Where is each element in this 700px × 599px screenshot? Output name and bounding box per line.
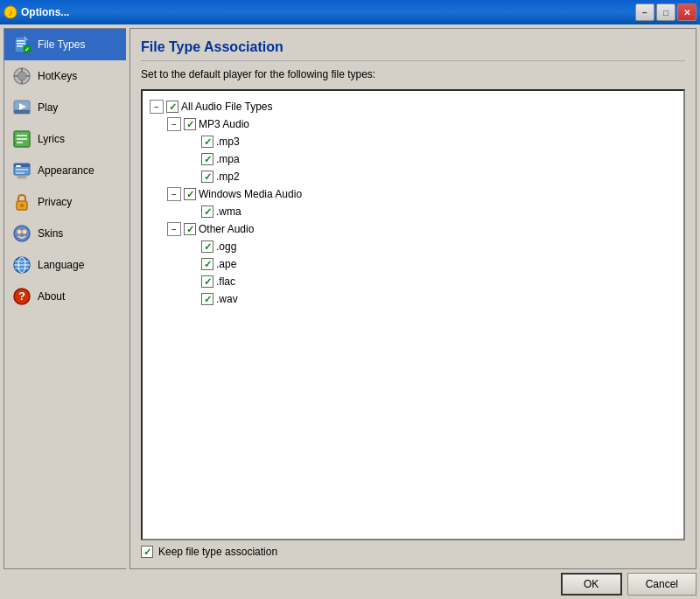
- flac-label: .flac: [216, 275, 235, 288]
- wav-label: .wav: [216, 293, 238, 305]
- other-expander[interactable]: −: [167, 222, 181, 236]
- sidebar-item-appearance[interactable]: Appearance: [4, 155, 126, 186]
- svg-text:✓: ✓: [24, 46, 30, 52]
- cancel-button[interactable]: Cancel: [627, 573, 696, 596]
- keep-association-label: Keep file type association: [158, 546, 277, 558]
- ogg-ext: .ogg: [150, 238, 676, 255]
- sidebar-item-lyrics[interactable]: Lyrics: [4, 123, 126, 155]
- wma-ext-checkbox[interactable]: [201, 205, 214, 218]
- lyrics-icon: [11, 129, 32, 150]
- language-icon: [11, 254, 32, 275]
- about-icon: ?: [11, 286, 32, 307]
- flac-checkbox[interactable]: [201, 275, 214, 288]
- ape-ext: .ape: [150, 255, 676, 273]
- main-panel: File Type Association Set to the default…: [130, 28, 696, 569]
- mp3-ext: .mp3: [150, 133, 676, 150]
- sidebar-item-privacy[interactable]: Privacy: [4, 186, 126, 218]
- ape-label: .ape: [216, 258, 236, 270]
- mp3-ext-checkbox[interactable]: [201, 136, 214, 148]
- hotkeys-icon: [11, 66, 32, 87]
- other-label: Other Audio: [199, 223, 254, 235]
- flac-expander: [185, 275, 199, 289]
- keep-association-checkbox[interactable]: [141, 546, 153, 558]
- svg-rect-26: [18, 176, 26, 178]
- sidebar-item-about[interactable]: ? About: [4, 281, 126, 312]
- file-types-icon: ✓: [11, 34, 32, 55]
- root-checkbox[interactable]: [166, 101, 178, 113]
- svg-rect-24: [16, 169, 28, 171]
- wav-ext: .wav: [150, 290, 676, 308]
- sidebar-item-hotkeys[interactable]: HotKeys: [4, 60, 126, 92]
- mpa-expander: [185, 152, 199, 166]
- svg-point-29: [14, 226, 30, 241]
- mp2-label: .mp2: [216, 171, 240, 183]
- ape-expander: [185, 257, 199, 271]
- mp3-label: MP3 Audio: [199, 118, 249, 130]
- sidebar-label-file-types: File Types: [38, 38, 85, 51]
- sidebar-item-play[interactable]: Play: [4, 92, 126, 123]
- root-expander[interactable]: −: [150, 100, 164, 114]
- mp3-group: − MP3 Audio: [150, 115, 676, 133]
- sidebar-label-appearance: Appearance: [38, 164, 94, 177]
- other-checkbox[interactable]: [184, 223, 196, 235]
- window-body: ✓ File Types HotKeys: [0, 24, 700, 599]
- privacy-icon: [11, 192, 32, 212]
- sidebar-label-play: Play: [38, 101, 58, 114]
- sidebar-label-lyrics: Lyrics: [38, 133, 65, 145]
- ogg-expander: [185, 240, 199, 254]
- mp3-expander[interactable]: −: [167, 117, 181, 131]
- ogg-checkbox[interactable]: [201, 240, 214, 253]
- svg-point-9: [18, 72, 26, 80]
- mp3-checkbox[interactable]: [184, 118, 196, 130]
- ogg-label: .ogg: [216, 240, 236, 253]
- mpa-label: .mpa: [216, 153, 240, 165]
- maximize-button[interactable]: □: [656, 3, 676, 21]
- svg-rect-23: [16, 165, 21, 167]
- minimize-button[interactable]: −: [635, 3, 654, 21]
- svg-rect-25: [16, 172, 24, 174]
- flac-ext: .flac: [150, 273, 676, 290]
- svg-rect-15: [14, 110, 30, 114]
- mp2-checkbox[interactable]: [201, 171, 214, 183]
- file-types-tree: − All Audio File Types − MP3 Audio .mp3: [141, 89, 685, 540]
- panel-subtitle: Set to the default player for the follow…: [141, 68, 685, 80]
- bottom-buttons: OK Cancel: [4, 569, 696, 596]
- tree-root: − All Audio File Types: [150, 98, 676, 115]
- sidebar-label-language: Language: [38, 259, 84, 271]
- svg-rect-5: [17, 45, 23, 47]
- bottom-area: Keep file type association: [141, 540, 685, 558]
- sidebar-item-skins[interactable]: Skins: [4, 218, 126, 249]
- wma-ext-label: .wma: [216, 205, 242, 218]
- panel-title: File Type Association: [141, 39, 685, 61]
- svg-point-30: [18, 230, 22, 234]
- window-title: Options...: [21, 6, 635, 18]
- svg-text:?: ?: [18, 289, 25, 303]
- mp2-ext: .mp2: [150, 168, 676, 185]
- close-button[interactable]: ✕: [677, 3, 696, 21]
- mp3-ext-expander: [185, 135, 199, 149]
- wav-checkbox[interactable]: [201, 293, 214, 305]
- sidebar-label-about: About: [38, 290, 65, 303]
- root-label: All Audio File Types: [181, 101, 273, 113]
- wma-expander[interactable]: −: [167, 187, 181, 201]
- app-icon: ♪: [4, 5, 18, 19]
- ape-checkbox[interactable]: [201, 258, 214, 270]
- svg-point-28: [20, 204, 24, 207]
- mp3-ext-label: .mp3: [216, 136, 240, 148]
- wma-checkbox[interactable]: [184, 188, 196, 200]
- sidebar-item-file-types[interactable]: ✓ File Types: [4, 29, 126, 60]
- mp2-expander: [185, 170, 199, 184]
- wav-expander: [185, 292, 199, 306]
- wma-ext-expander: [185, 205, 199, 219]
- content-area: ✓ File Types HotKeys: [4, 28, 696, 569]
- sidebar-item-language[interactable]: Language: [4, 249, 126, 281]
- skins-icon: [11, 223, 32, 244]
- mpa-ext: .mpa: [150, 150, 676, 168]
- sidebar-label-skins: Skins: [38, 227, 63, 240]
- ok-button[interactable]: OK: [561, 573, 622, 596]
- title-bar: ♪ Options... − □ ✕: [0, 0, 700, 24]
- other-group: − Other Audio: [150, 220, 676, 238]
- wma-ext: .wma: [150, 203, 676, 220]
- mpa-checkbox[interactable]: [201, 153, 214, 165]
- sidebar-label-hotkeys: HotKeys: [38, 70, 77, 82]
